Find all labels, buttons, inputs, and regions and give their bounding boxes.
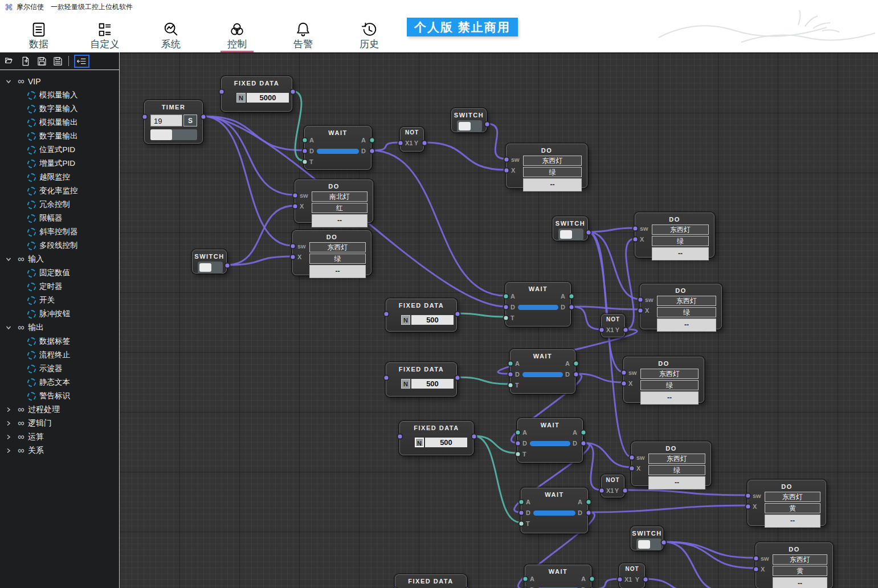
nav-item-data[interactable]: 数据 xyxy=(6,21,72,52)
output-port-Y[interactable] xyxy=(622,488,628,494)
output-port[interactable] xyxy=(484,121,491,128)
input-port-X[interactable] xyxy=(621,381,627,387)
do-device-field[interactable]: 东西灯 xyxy=(648,454,705,464)
tree-item-变化率监控[interactable]: 变化率监控 xyxy=(0,184,119,198)
output-port[interactable] xyxy=(586,230,592,236)
node-switch2[interactable]: SWITCH xyxy=(192,250,227,273)
input-port-sw[interactable] xyxy=(292,193,299,199)
input-port[interactable] xyxy=(383,375,390,381)
output-port-D[interactable] xyxy=(573,371,579,378)
switch-toggle[interactable] xyxy=(558,228,583,240)
input-port-T[interactable] xyxy=(518,521,525,527)
tree-group-运算[interactable]: ∞运算 xyxy=(0,430,119,444)
input-port-D[interactable] xyxy=(508,371,514,378)
input-port-X[interactable] xyxy=(638,308,644,314)
do-channel-field[interactable]: 绿 xyxy=(652,236,709,246)
do-device-field[interactable]: 东西灯 xyxy=(309,242,366,252)
nav-item-history[interactable]: 历史 xyxy=(336,21,402,52)
input-port-A[interactable] xyxy=(518,499,525,505)
save-button[interactable] xyxy=(36,56,47,67)
tree-item-增量式PID[interactable]: 增量式PID xyxy=(0,157,119,170)
node-fd5000[interactable]: FIXED DATAN5000 xyxy=(221,76,292,112)
node-timer1[interactable]: TIMER19S xyxy=(144,100,203,144)
input-port-X[interactable] xyxy=(629,466,635,472)
node-wait3[interactable]: WAITADTAD xyxy=(510,349,575,394)
output-port-A[interactable] xyxy=(581,430,587,436)
node-do2[interactable]: DO南北灯红--swX xyxy=(295,179,373,223)
output-port-D[interactable] xyxy=(569,304,575,311)
fixed-data-type-tag[interactable]: N xyxy=(401,315,410,325)
switch-toggle[interactable] xyxy=(457,120,482,132)
output-port-D[interactable] xyxy=(581,440,587,447)
node-not4[interactable]: NOTX1Y xyxy=(601,475,624,497)
tree-group-逻辑门[interactable]: ∞逻辑门 xyxy=(0,416,119,430)
input-port-X1[interactable] xyxy=(617,577,623,583)
input-port-T[interactable] xyxy=(302,159,308,165)
do-device-field[interactable]: 东西灯 xyxy=(523,156,582,166)
do-channel-field[interactable]: 黄 xyxy=(765,503,820,513)
tree-item-数字量输入[interactable]: 数字量输入 xyxy=(0,102,119,116)
input-port-X[interactable] xyxy=(504,168,510,174)
do-channel-field[interactable]: 绿 xyxy=(648,465,705,475)
output-port[interactable] xyxy=(661,540,667,546)
do-device-field[interactable]: 东西灯 xyxy=(657,296,716,306)
tree-item-限幅器[interactable]: 限幅器 xyxy=(0,211,119,225)
node-wait2[interactable]: WAITADTAD xyxy=(505,282,571,326)
switch-toggle[interactable] xyxy=(198,262,223,273)
input-port-D[interactable] xyxy=(515,440,521,447)
tree-item-开关[interactable]: 开关 xyxy=(0,293,119,307)
input-port[interactable] xyxy=(142,114,148,120)
tree-item-位置式PID[interactable]: 位置式PID xyxy=(0,143,119,157)
fixed-data-value-field[interactable]: 500 xyxy=(425,438,467,447)
output-port[interactable] xyxy=(224,263,231,269)
input-port-D[interactable] xyxy=(518,510,525,516)
node-fdbottom[interactable]: FIXED DATA xyxy=(395,574,467,588)
tree-item-模拟量输入[interactable]: 模拟量输入 xyxy=(0,88,119,102)
input-port[interactable] xyxy=(219,89,225,95)
tree-item-越限监控[interactable]: 越限监控 xyxy=(0,170,119,184)
node-fd500b[interactable]: FIXED DATAN500 xyxy=(386,362,457,397)
save-as-button[interactable] xyxy=(52,56,63,67)
tree-item-警告标识[interactable]: 警告标识 xyxy=(0,389,119,403)
tree-group-VIP[interactable]: ∞VIP xyxy=(0,75,119,88)
fixed-data-value-field[interactable]: 500 xyxy=(411,379,454,389)
new-file-button[interactable] xyxy=(21,56,31,67)
flow-canvas[interactable]: TIMER19SFIXED DATAN5000WAITADTADNOTX1YSW… xyxy=(120,52,878,588)
input-port-X[interactable] xyxy=(632,236,639,243)
timer-progress-track[interactable] xyxy=(150,129,197,140)
fixed-data-value-field[interactable]: 500 xyxy=(411,315,454,325)
node-not2[interactable]: NOTX1Y xyxy=(601,314,625,337)
do-channel-field[interactable]: 绿 xyxy=(640,380,699,390)
fixed-data-type-tag[interactable]: N xyxy=(415,438,424,447)
tree-group-输出[interactable]: ∞输出 xyxy=(0,321,119,334)
input-port-X[interactable] xyxy=(290,254,296,260)
do-channel-field[interactable]: 绿 xyxy=(309,254,366,264)
output-port-Y[interactable] xyxy=(623,327,629,333)
switch-toggle[interactable] xyxy=(636,538,661,550)
input-port-X[interactable] xyxy=(745,504,752,510)
do-device-field[interactable]: 东西灯 xyxy=(652,224,709,235)
input-port-sw[interactable] xyxy=(290,243,296,250)
do-channel-field[interactable]: 绿 xyxy=(657,307,716,317)
nav-item-alarm[interactable]: 告警 xyxy=(270,21,336,52)
node-do1[interactable]: DO东西灯绿--swX xyxy=(506,144,587,188)
do-channel-field[interactable]: 绿 xyxy=(523,167,582,177)
input-port-X[interactable] xyxy=(292,203,299,210)
output-port-Y[interactable] xyxy=(422,140,428,146)
tree-item-示波器[interactable]: 示波器 xyxy=(0,362,119,375)
node-do6[interactable]: DO东西灯绿--swX xyxy=(623,357,704,403)
output-port-A[interactable] xyxy=(589,576,595,582)
input-port-sw[interactable] xyxy=(632,226,639,232)
input-port-T[interactable] xyxy=(503,315,509,321)
tree-item-数据标签[interactable]: 数据标签 xyxy=(0,334,119,348)
node-wait5[interactable]: WAITADTAD xyxy=(521,488,588,533)
input-port-A[interactable] xyxy=(522,576,529,582)
node-wait6[interactable]: WAITADTAD xyxy=(525,565,591,588)
input-port-T[interactable] xyxy=(515,451,521,458)
tree-item-固定数值[interactable]: 固定数值 xyxy=(0,266,119,280)
fixed-data-type-tag[interactable]: N xyxy=(401,379,410,389)
timer-unit-button[interactable]: S xyxy=(183,115,197,126)
output-port[interactable] xyxy=(201,114,207,120)
output-port-Y[interactable] xyxy=(643,577,649,583)
tree-item-静态文本[interactable]: 静态文本 xyxy=(0,375,119,389)
